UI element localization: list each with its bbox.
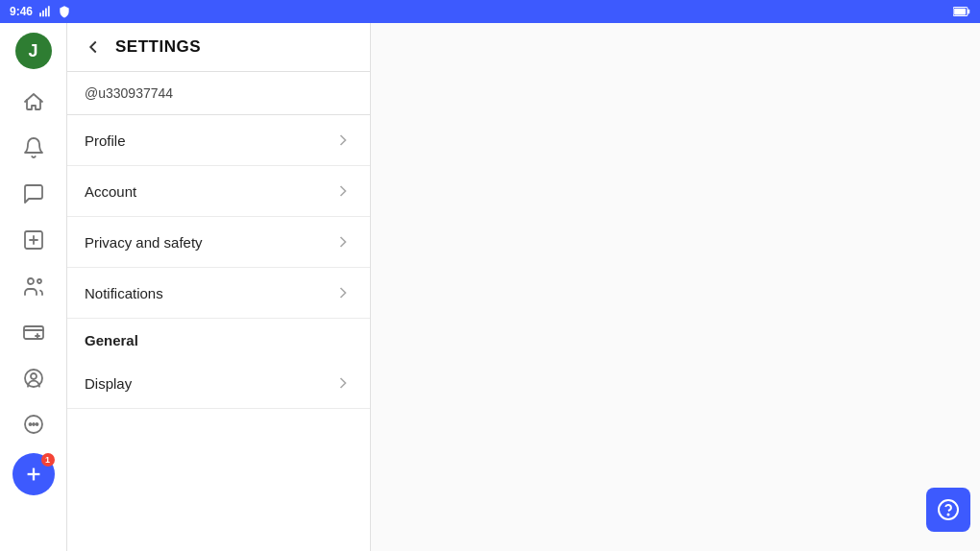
svg-point-15	[33, 423, 35, 425]
settings-item-profile-label: Profile	[85, 132, 126, 149]
status-time: 9:46	[10, 5, 33, 18]
chevron-right-icon	[333, 131, 353, 150]
compose-button[interactable]: 1	[12, 453, 55, 495]
sidebar-item-home[interactable]	[12, 81, 55, 123]
sidebar-item-card[interactable]	[12, 311, 55, 353]
sidebar-item-profile[interactable]	[12, 357, 55, 399]
signal-icon	[38, 5, 52, 18]
avatar[interactable]: J	[15, 33, 52, 69]
svg-rect-1	[42, 11, 44, 16]
settings-item-notifications[interactable]: Notifications	[67, 268, 370, 319]
chevron-right-icon	[333, 283, 353, 302]
settings-header: SETTINGS	[67, 23, 370, 72]
settings-title: SETTINGS	[115, 37, 201, 57]
chevron-right-icon	[333, 181, 353, 201]
svg-rect-3	[48, 6, 50, 16]
sidebar-item-people[interactable]	[12, 265, 55, 307]
battery-icon	[953, 5, 970, 18]
sidebar-item-more[interactable]	[12, 403, 55, 445]
content-area	[371, 23, 980, 551]
sidebar-item-group[interactable]	[12, 219, 55, 261]
svg-point-16	[36, 423, 37, 425]
chevron-right-icon	[333, 232, 353, 252]
back-button[interactable]	[83, 36, 104, 58]
svg-point-14	[29, 423, 31, 425]
sidebar-item-chat[interactable]	[12, 173, 55, 215]
svg-rect-5	[954, 9, 966, 15]
settings-panel: SETTINGS @u330937744 Profile Account Pri…	[67, 23, 371, 551]
svg-point-8	[28, 278, 34, 284]
svg-point-9	[37, 279, 41, 283]
svg-rect-10	[24, 326, 43, 339]
svg-rect-0	[39, 12, 41, 16]
status-bar: 9:46	[0, 0, 980, 23]
chevron-right-icon	[333, 373, 353, 393]
sidebar: J	[0, 23, 67, 551]
settings-item-account-label: Account	[85, 183, 136, 200]
svg-rect-6	[968, 10, 969, 14]
sidebar-item-notifications[interactable]	[12, 127, 55, 169]
fab-badge: 1	[41, 453, 55, 467]
svg-rect-2	[45, 9, 47, 17]
settings-item-privacy-label: Privacy and safety	[85, 234, 203, 251]
settings-item-account[interactable]: Account	[67, 166, 370, 217]
settings-item-display[interactable]: Display	[67, 358, 370, 409]
user-handle: @u330937744	[67, 72, 370, 115]
help-button[interactable]	[926, 488, 970, 532]
svg-point-12	[31, 373, 37, 379]
settings-item-display-label: Display	[85, 375, 132, 392]
settings-list: Profile Account Privacy and safety Notif…	[67, 115, 370, 551]
settings-section-general: General	[67, 319, 370, 358]
main-layout: J	[0, 23, 980, 551]
settings-item-privacy[interactable]: Privacy and safety	[67, 217, 370, 268]
security-icon	[58, 5, 71, 18]
settings-item-profile[interactable]: Profile	[67, 115, 370, 166]
settings-item-notifications-label: Notifications	[85, 285, 163, 301]
